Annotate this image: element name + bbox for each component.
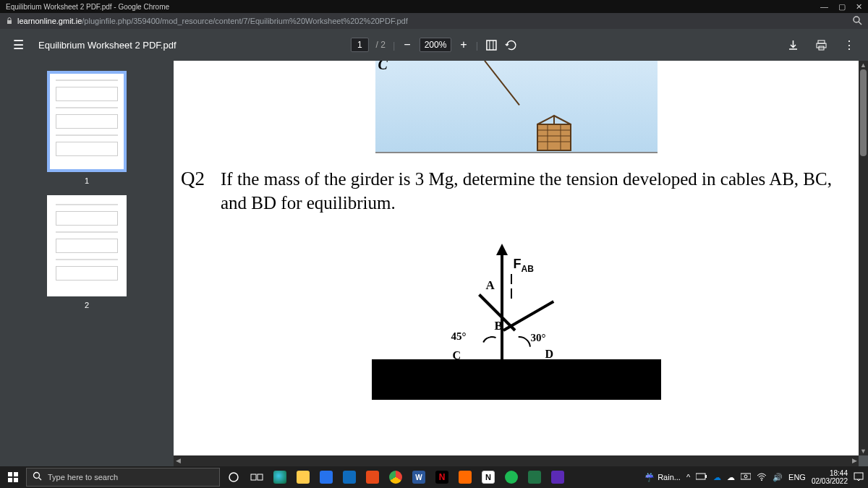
maximize-icon[interactable]: ▢ — [838, 2, 846, 12]
svg-point-20 — [34, 473, 40, 479]
figure-top: C — [375, 61, 658, 155]
zoom-level[interactable]: 200% — [420, 38, 452, 52]
svg-line-2 — [859, 22, 861, 25]
chrome-icon[interactable] — [386, 468, 405, 487]
tray-chevron-icon[interactable]: ^ — [686, 473, 690, 481]
wifi-icon[interactable] — [757, 473, 767, 482]
svg-point-1 — [854, 17, 859, 22]
start-button[interactable] — [0, 472, 26, 482]
label-fab: FAB — [514, 257, 534, 274]
page-number-input[interactable]: 1 — [351, 38, 369, 52]
excel-icon[interactable] — [525, 468, 544, 487]
thumbnail-1[interactable] — [47, 71, 127, 172]
office-icon[interactable] — [363, 468, 382, 487]
notion-icon[interactable]: N — [479, 468, 498, 487]
word-icon[interactable]: W — [409, 468, 428, 487]
thumbnail-1-label: 1 — [85, 176, 89, 185]
cloud-icon[interactable]: ☁ — [727, 473, 735, 482]
vertical-scrollbar[interactable]: ▲ ▼ — [859, 61, 868, 455]
svg-point-28 — [744, 475, 747, 478]
label-b: B — [495, 319, 503, 333]
svg-rect-19 — [14, 478, 18, 482]
label-angle-45: 45° — [451, 330, 467, 343]
camera-icon[interactable] — [741, 473, 751, 481]
download-icon[interactable] — [787, 39, 799, 51]
question-text: If the mass of the girder is 3 Mg, deter… — [221, 168, 840, 215]
app-icon-2[interactable] — [548, 468, 567, 487]
svg-rect-0 — [7, 20, 12, 24]
label-c-top: C — [378, 61, 388, 73]
svg-rect-18 — [8, 478, 12, 482]
scroll-down-icon[interactable]: ▼ — [859, 447, 868, 455]
volume-icon[interactable]: 🔊 — [773, 473, 783, 482]
svg-rect-17 — [14, 472, 18, 476]
svg-rect-7 — [817, 43, 826, 48]
battery-icon[interactable] — [696, 473, 707, 481]
search-placeholder: Type here to search — [48, 473, 118, 481]
clock[interactable]: 18:44 02/03/2022 — [812, 469, 848, 485]
cortana-icon[interactable] — [224, 468, 243, 487]
svg-rect-23 — [251, 474, 256, 480]
edge-icon[interactable] — [271, 468, 289, 487]
taskbar-search[interactable]: Type here to search — [26, 468, 220, 487]
page-search-icon[interactable] — [852, 15, 862, 27]
url-host: learnonline.gmit.ie — [17, 17, 82, 25]
svg-rect-24 — [258, 474, 263, 480]
svg-point-22 — [229, 473, 238, 481]
weather-widget[interactable]: ☔ Rain... — [644, 473, 681, 482]
netflix-icon[interactable]: N — [433, 468, 451, 487]
svg-line-21 — [39, 478, 42, 481]
pdf-page-view[interactable]: C Q2 If the mass of the girder is 3 Mg, … — [174, 61, 868, 466]
svg-rect-16 — [8, 472, 12, 476]
label-angle-30: 30° — [531, 332, 546, 344]
svg-rect-9 — [537, 124, 571, 150]
onedrive-icon[interactable]: ☁ — [713, 473, 721, 482]
window-titlebar: Equilibrium Worksheet 2 PDF.pdf - Google… — [0, 0, 868, 13]
pdf-toolbar: ☰ Equilibrium Worksheet 2 PDF.pdf 1 / 2 … — [0, 29, 868, 61]
fit-page-icon[interactable] — [485, 39, 498, 51]
crate-icon — [535, 114, 574, 152]
lock-icon — [6, 17, 13, 25]
app-icon[interactable] — [456, 468, 475, 487]
address-bar[interactable]: learnonline.gmit.ie /pluginfile.php/3594… — [0, 13, 868, 29]
task-view-icon[interactable] — [247, 468, 266, 487]
page-count: / 2 — [376, 40, 386, 50]
question-block: Q2 If the mass of the girder is 3 Mg, de… — [174, 155, 859, 215]
horizontal-scrollbar[interactable]: ◀ ▶ — [174, 455, 859, 466]
girder-diagram: FAB A B 45° 30° C D — [372, 244, 661, 410]
scroll-right-icon[interactable]: ▶ — [850, 455, 859, 466]
notifications-icon[interactable] — [854, 471, 864, 483]
scroll-up-icon[interactable]: ▲ — [859, 61, 868, 69]
label-a: A — [486, 278, 495, 293]
svg-point-29 — [761, 479, 762, 481]
zoom-in-button[interactable]: + — [459, 38, 468, 51]
spotify-icon[interactable] — [502, 468, 521, 487]
zoom-out-button[interactable]: − — [402, 38, 412, 51]
thumbnail-2[interactable] — [47, 195, 127, 296]
more-icon[interactable]: ⋮ — [843, 38, 855, 52]
store-icon[interactable] — [317, 468, 336, 487]
windows-taskbar: Type here to search W N N ☔ Rain... ^ ☁ … — [0, 466, 868, 488]
rotate-icon[interactable] — [505, 39, 517, 51]
language-indicator[interactable]: ENG — [788, 473, 806, 481]
url-path: /pluginfile.php/359400/mod_resource/cont… — [82, 17, 407, 25]
svg-rect-30 — [854, 473, 863, 479]
svg-rect-6 — [818, 40, 825, 43]
tab-title: Equilibrium Worksheet 2 PDF.pdf - Google… — [6, 3, 169, 11]
explorer-icon[interactable] — [294, 468, 312, 487]
close-icon[interactable]: ✕ — [856, 2, 862, 12]
mail-icon[interactable] — [340, 468, 359, 487]
svg-rect-25 — [696, 474, 705, 479]
svg-rect-27 — [741, 474, 751, 479]
question-number: Q2 — [181, 168, 205, 215]
svg-rect-3 — [487, 40, 496, 50]
scroll-left-icon[interactable]: ◀ — [174, 455, 182, 466]
search-icon — [33, 471, 42, 483]
rain-icon: ☔ — [644, 473, 655, 482]
svg-rect-26 — [705, 475, 707, 478]
print-icon[interactable] — [815, 39, 827, 51]
thumbnail-2-label: 2 — [85, 301, 89, 309]
minimize-icon[interactable]: — — [820, 2, 828, 12]
pdf-filename: Equilibrium Worksheet 2 PDF.pdf — [38, 40, 176, 51]
menu-icon[interactable]: ☰ — [13, 39, 24, 51]
